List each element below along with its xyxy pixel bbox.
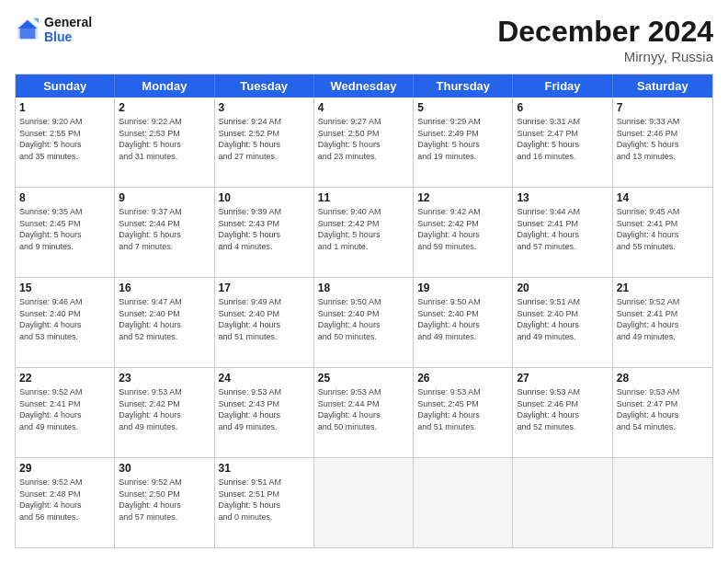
cell-details: Sunrise: 9:39 AM Sunset: 2:43 PM Dayligh… [219,206,310,252]
day-number: 16 [119,281,210,295]
logo-icon [15,17,40,42]
calendar-cell-empty-4-5 [513,458,612,547]
cell-details: Sunrise: 9:52 AM Sunset: 2:48 PM Dayligh… [19,477,110,523]
calendar-cell-21: 21Sunrise: 9:52 AM Sunset: 2:41 PM Dayli… [613,278,712,367]
calendar-cell-27: 27Sunrise: 9:53 AM Sunset: 2:46 PM Dayli… [513,368,612,457]
weekday-header-wednesday: Wednesday [314,75,414,98]
cell-details: Sunrise: 9:52 AM Sunset: 2:41 PM Dayligh… [617,296,709,342]
cell-details: Sunrise: 9:29 AM Sunset: 2:49 PM Dayligh… [417,116,508,162]
cell-details: Sunrise: 9:20 AM Sunset: 2:55 PM Dayligh… [19,116,110,162]
day-number: 6 [517,100,608,115]
calendar-cell-7: 7Sunrise: 9:33 AM Sunset: 2:46 PM Daylig… [613,98,712,187]
weekday-header-monday: Monday [115,75,214,98]
day-number: 19 [417,281,508,295]
calendar-cell-empty-4-3 [314,458,414,547]
day-number: 29 [19,461,110,476]
calendar-row-3: 15Sunrise: 9:46 AM Sunset: 2:40 PM Dayli… [16,277,712,367]
calendar-cell-25: 25Sunrise: 9:53 AM Sunset: 2:44 PM Dayli… [314,368,414,457]
calendar-cell-4: 4Sunrise: 9:27 AM Sunset: 2:50 PM Daylig… [314,98,414,187]
calendar-cell-28: 28Sunrise: 9:53 AM Sunset: 2:47 PM Dayli… [613,368,712,457]
day-number: 14 [617,190,709,205]
calendar-cell-18: 18Sunrise: 9:50 AM Sunset: 2:40 PM Dayli… [314,278,414,367]
calendar-cell-22: 22Sunrise: 9:52 AM Sunset: 2:41 PM Dayli… [16,368,115,457]
cell-details: Sunrise: 9:31 AM Sunset: 2:47 PM Dayligh… [517,116,608,162]
day-number: 12 [417,190,508,205]
day-number: 2 [119,100,210,115]
day-number: 17 [219,281,310,295]
day-number: 4 [318,100,409,115]
calendar-cell-26: 26Sunrise: 9:53 AM Sunset: 2:45 PM Dayli… [414,368,513,457]
cell-details: Sunrise: 9:40 AM Sunset: 2:42 PM Dayligh… [318,206,409,252]
calendar-cell-30: 30Sunrise: 9:52 AM Sunset: 2:50 PM Dayli… [115,458,214,547]
svg-rect-2 [20,29,36,39]
calendar-row-5: 29Sunrise: 9:52 AM Sunset: 2:48 PM Dayli… [16,457,712,547]
calendar-cell-8: 8Sunrise: 9:35 AM Sunset: 2:45 PM Daylig… [16,188,115,277]
cell-details: Sunrise: 9:35 AM Sunset: 2:45 PM Dayligh… [19,206,110,252]
cell-details: Sunrise: 9:53 AM Sunset: 2:42 PM Dayligh… [119,386,210,432]
calendar-cell-5: 5Sunrise: 9:29 AM Sunset: 2:49 PM Daylig… [414,98,513,187]
logo: General Blue [15,15,92,44]
logo-text: General Blue [44,15,92,44]
cell-details: Sunrise: 9:49 AM Sunset: 2:40 PM Dayligh… [219,296,310,342]
title-block: December 2024 Mirnyy, Russia [497,15,713,64]
calendar: SundayMondayTuesdayWednesdayThursdayFrid… [15,74,713,548]
cell-details: Sunrise: 9:45 AM Sunset: 2:41 PM Dayligh… [617,206,709,252]
calendar-cell-19: 19Sunrise: 9:50 AM Sunset: 2:40 PM Dayli… [414,278,513,367]
cell-details: Sunrise: 9:24 AM Sunset: 2:52 PM Dayligh… [219,116,310,162]
day-number: 20 [517,281,608,295]
weekday-header-friday: Friday [513,75,612,98]
header: General Blue December 2024 Mirnyy, Russi… [15,15,713,64]
cell-details: Sunrise: 9:37 AM Sunset: 2:44 PM Dayligh… [119,206,210,252]
calendar-cell-empty-4-6 [613,458,712,547]
calendar-cell-24: 24Sunrise: 9:53 AM Sunset: 2:43 PM Dayli… [215,368,314,457]
cell-details: Sunrise: 9:27 AM Sunset: 2:50 PM Dayligh… [318,116,409,162]
calendar-cell-15: 15Sunrise: 9:46 AM Sunset: 2:40 PM Dayli… [16,278,115,367]
day-number: 26 [417,371,508,385]
day-number: 18 [318,281,409,295]
calendar-cell-6: 6Sunrise: 9:31 AM Sunset: 2:47 PM Daylig… [513,98,612,187]
weekday-header-tuesday: Tuesday [215,75,314,98]
day-number: 21 [617,281,709,295]
calendar-body: 1Sunrise: 9:20 AM Sunset: 2:55 PM Daylig… [16,98,712,547]
day-number: 9 [119,190,210,205]
cell-details: Sunrise: 9:42 AM Sunset: 2:42 PM Dayligh… [417,206,508,252]
calendar-cell-11: 11Sunrise: 9:40 AM Sunset: 2:42 PM Dayli… [314,188,414,277]
cell-details: Sunrise: 9:44 AM Sunset: 2:41 PM Dayligh… [517,206,608,252]
day-number: 11 [318,190,409,205]
calendar-cell-16: 16Sunrise: 9:47 AM Sunset: 2:40 PM Dayli… [115,278,214,367]
day-number: 31 [219,461,310,476]
day-number: 10 [219,190,310,205]
calendar-cell-3: 3Sunrise: 9:24 AM Sunset: 2:52 PM Daylig… [215,98,314,187]
cell-details: Sunrise: 9:46 AM Sunset: 2:40 PM Dayligh… [19,296,110,342]
month-title: December 2024 [497,15,713,49]
day-number: 28 [617,371,709,385]
weekday-header-saturday: Saturday [613,75,712,98]
calendar-cell-23: 23Sunrise: 9:53 AM Sunset: 2:42 PM Dayli… [115,368,214,457]
calendar-cell-29: 29Sunrise: 9:52 AM Sunset: 2:48 PM Dayli… [16,458,115,547]
calendar-row-2: 8Sunrise: 9:35 AM Sunset: 2:45 PM Daylig… [16,187,712,277]
cell-details: Sunrise: 9:52 AM Sunset: 2:41 PM Dayligh… [19,386,110,432]
day-number: 1 [19,100,110,115]
cell-details: Sunrise: 9:51 AM Sunset: 2:40 PM Dayligh… [517,296,608,342]
calendar-row-1: 1Sunrise: 9:20 AM Sunset: 2:55 PM Daylig… [16,98,712,187]
day-number: 23 [119,371,210,385]
cell-details: Sunrise: 9:33 AM Sunset: 2:46 PM Dayligh… [617,116,709,162]
calendar-cell-20: 20Sunrise: 9:51 AM Sunset: 2:40 PM Dayli… [513,278,612,367]
cell-details: Sunrise: 9:50 AM Sunset: 2:40 PM Dayligh… [318,296,409,342]
cell-details: Sunrise: 9:53 AM Sunset: 2:47 PM Dayligh… [617,386,709,432]
cell-details: Sunrise: 9:50 AM Sunset: 2:40 PM Dayligh… [417,296,508,342]
calendar-cell-31: 31Sunrise: 9:51 AM Sunset: 2:51 PM Dayli… [215,458,314,547]
cell-details: Sunrise: 9:53 AM Sunset: 2:44 PM Dayligh… [318,386,409,432]
cell-details: Sunrise: 9:53 AM Sunset: 2:45 PM Dayligh… [417,386,508,432]
day-number: 5 [417,100,508,115]
day-number: 3 [219,100,310,115]
svg-marker-3 [34,18,40,24]
day-number: 30 [119,461,210,476]
calendar-header: SundayMondayTuesdayWednesdayThursdayFrid… [16,75,712,98]
calendar-cell-9: 9Sunrise: 9:37 AM Sunset: 2:44 PM Daylig… [115,188,214,277]
weekday-header-sunday: Sunday [16,75,115,98]
day-number: 13 [517,190,608,205]
day-number: 25 [318,371,409,385]
day-number: 15 [19,281,110,295]
page: General Blue December 2024 Mirnyy, Russi… [0,0,728,563]
